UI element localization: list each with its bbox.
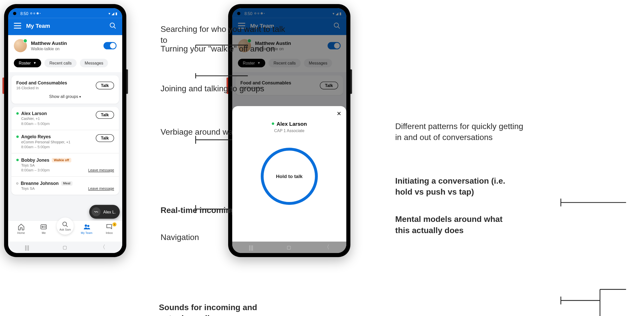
svg-point-8: [85, 225, 87, 226]
menu-icon[interactable]: [14, 23, 21, 29]
incoming-caller-name: Alex L.: [103, 210, 116, 214]
inbox-badge: 1: [113, 222, 117, 226]
presence-dot-icon: [272, 122, 274, 125]
user-header: Matthew Austin Walkie-talkie on: [8, 35, 122, 56]
hold-to-talk-label: Hold to talk: [276, 173, 303, 179]
nav-me-label: Me: [42, 231, 46, 234]
person-row[interactable]: Alex Larson Cashier, +1 8:00am – 5:00pm …: [11, 107, 119, 130]
content-area: Food and Consumables 16 Clocked In Talk …: [8, 72, 122, 220]
status-time: 8:50: [20, 11, 28, 16]
nav-me[interactable]: Me: [34, 223, 53, 234]
presence-dot-icon: [16, 159, 19, 161]
page-title: My Team: [26, 22, 104, 29]
app-bar: My Team: [8, 18, 122, 35]
status-right-icons: ▾ ◢ ▮: [108, 11, 117, 16]
annotation-mental-models: Mental models around what this actually …: [395, 214, 517, 236]
android-soft-keys[interactable]: ||| ▢ 〈: [8, 242, 122, 253]
person-time: 8:00am – 5:00pm: [21, 145, 70, 149]
person-name: Breanne Johnson: [21, 181, 59, 186]
inbox-icon: [106, 223, 113, 231]
sheet-person-name: Alex Larson: [277, 121, 307, 127]
user-name: Matthew Austin: [31, 40, 100, 46]
leave-message-link[interactable]: Leave message: [88, 186, 114, 191]
phone-right: 8:50 ✿ ⊕ ⬟ • ▾ ◢ ▮ My Team Matthew Austi…: [228, 4, 350, 257]
close-icon[interactable]: ✕: [337, 110, 341, 117]
person-time: 8:00am – 3:00pm: [21, 168, 71, 172]
annotation-sounds: Sounds for incoming and outgoing calls: [159, 302, 265, 316]
person-name: Bobby Jones: [21, 158, 49, 162]
leave-message-link[interactable]: Leave message: [88, 168, 114, 172]
person-row[interactable]: Bobby Jones Walkie off Toys SA 8:00am – …: [11, 154, 119, 177]
screen-left: 8:50 ✿ ⊕ ⬟ • ▾ ◢ ▮ My Team Matthew Austi…: [8, 8, 122, 253]
svg-point-0: [110, 23, 114, 27]
group-card: Food and Consumables 16 Clocked In Talk …: [11, 75, 119, 104]
annotation-patterns: Different patterns for quickly getting i…: [395, 121, 530, 143]
pill-roster-label: Roster: [19, 61, 31, 65]
group-title: Food and Consumables: [16, 80, 67, 85]
walkie-toggle[interactable]: [103, 42, 116, 49]
svg-point-6: [63, 222, 66, 226]
badge-icon: [40, 223, 47, 231]
incoming-call-pill[interactable]: Alex L.: [89, 205, 120, 219]
person-role: Cashier, +1: [21, 117, 50, 121]
recents-key-icon[interactable]: |||: [25, 244, 29, 251]
person-name: Angelo Reyes: [21, 134, 51, 139]
status-indicators: ✿ ⊕ ⬟ •: [30, 12, 41, 15]
back-key-icon[interactable]: 〈: [324, 244, 330, 251]
status-badge: Walkie off: [52, 158, 71, 162]
person-row[interactable]: Angelo Reyes eComm Personal Shopper, +1 …: [11, 130, 119, 153]
search-icon[interactable]: [109, 22, 117, 29]
nav-team-label: My Team: [81, 231, 92, 234]
nav-home[interactable]: Home: [11, 223, 31, 234]
user-subtitle: Walkie-talkie on: [31, 46, 100, 51]
svg-point-9: [87, 225, 89, 227]
pill-roster[interactable]: Roster ▼: [14, 59, 41, 67]
pill-recent-calls[interactable]: Recent calls: [45, 59, 77, 67]
back-key-icon[interactable]: 〈: [100, 244, 105, 251]
person-time: 8:00am – 5:00pm: [21, 122, 50, 126]
home-icon: [17, 223, 25, 231]
person-role: Toys SA: [21, 186, 72, 191]
team-icon: [83, 223, 90, 231]
nav-ask-sam[interactable]: Ask Sam: [57, 218, 74, 235]
nav-home-label: Home: [17, 231, 25, 234]
android-soft-keys[interactable]: ||| ▢ 〈: [232, 242, 346, 253]
roster-card: Alex Larson Cashier, +1 8:00am – 5:00pm …: [11, 107, 119, 195]
sheet-person-role: CAP 1 Associate: [238, 128, 340, 133]
chevron-down-icon: ▼: [33, 61, 36, 65]
hold-to-talk-button[interactable]: Hold to talk: [261, 147, 318, 205]
presence-dot-icon: [16, 135, 19, 138]
nav-my-team[interactable]: My Team: [77, 223, 97, 234]
nav-inbox[interactable]: 1 Inbox: [100, 223, 119, 234]
annotation-initiating: Initiating a conversation (i.e. hold vs …: [395, 175, 517, 197]
screen-right: 8:50 ✿ ⊕ ⬟ • ▾ ◢ ▮ My Team Matthew Austi…: [232, 8, 346, 253]
nav-ask-label: Ask Sam: [60, 228, 71, 231]
show-all-groups-button[interactable]: Show all groups: [16, 94, 114, 99]
person-role: Toys SA: [21, 163, 71, 167]
person-name: Alex Larson: [21, 111, 47, 116]
person-talk-button[interactable]: Talk: [96, 111, 114, 119]
person-talk-button[interactable]: Talk: [96, 134, 114, 142]
camera-hole-icon: [13, 12, 16, 15]
bottom-nav: Home Me Ask Sam My Team 1 Inbox: [8, 220, 122, 242]
recents-key-icon[interactable]: |||: [249, 244, 253, 251]
svg-point-3: [42, 226, 44, 227]
pill-messages[interactable]: Messages: [80, 59, 108, 67]
status-bar: 8:50 ✿ ⊕ ⬟ • ▾ ◢ ▮: [8, 8, 122, 18]
nav-inbox-label: Inbox: [106, 231, 113, 234]
avatar[interactable]: [14, 39, 27, 52]
person-row[interactable]: Breanne Johnson Meal Toys SA Leave messa…: [11, 177, 119, 195]
annotation-navigation: Navigation: [160, 232, 199, 243]
presence-dot-icon: [16, 182, 18, 184]
group-talk-button[interactable]: Talk: [96, 81, 114, 89]
home-key-icon[interactable]: ▢: [287, 245, 291, 250]
presence-dot-icon: [16, 112, 19, 115]
filter-pills: Roster ▼ Recent calls Messages: [8, 56, 122, 72]
search-icon: [62, 221, 68, 228]
status-badge: Meal: [61, 181, 72, 186]
svg-line-7: [66, 225, 67, 227]
svg-line-1: [114, 27, 116, 28]
person-role: eComm Personal Shopper, +1: [21, 140, 70, 144]
phone-left: 8:50 ✿ ⊕ ⬟ • ▾ ◢ ▮ My Team Matthew Austi…: [4, 4, 126, 257]
home-key-icon[interactable]: ▢: [63, 245, 67, 250]
